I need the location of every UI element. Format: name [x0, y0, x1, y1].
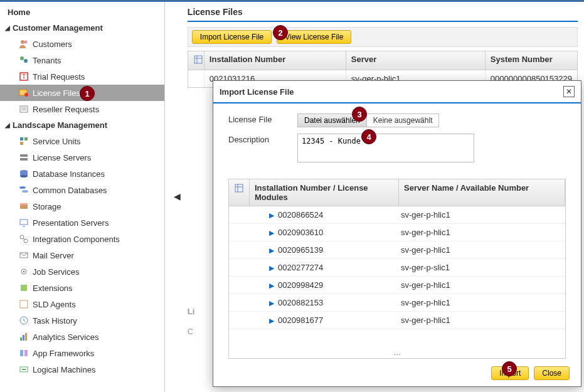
sidebar-item-analytics[interactable]: Analytics Services [0, 329, 164, 345]
grid-icon-header[interactable] [188, 51, 204, 70]
expand-icon[interactable]: ▶ [269, 229, 274, 236]
sidebar-item-tenants[interactable]: Tenants [0, 52, 164, 68]
sidebar-home-label: Home [8, 8, 30, 17]
sidebar-item-license-servers[interactable]: License Servers [0, 149, 164, 166]
srv-name: sv-ger-p-hlic1 [396, 241, 565, 258]
expand-icon[interactable]: ▶ [269, 282, 274, 289]
modal-row[interactable]: ▶0020965139sv-ger-p-hlic1 [229, 241, 565, 259]
description-input[interactable] [297, 134, 474, 162]
svg-rect-9 [20, 137, 23, 140]
svg-rect-36 [22, 369, 26, 370]
sidebar-item-mail-server[interactable]: Mail Server [0, 247, 164, 263]
sidebar-item-label: Service Units [33, 137, 81, 146]
sidebar-item-presentation-servers[interactable]: Presentation Servers [0, 215, 164, 231]
agents-icon [19, 299, 29, 309]
sidebar-item-app-frameworks[interactable]: App Frameworks [0, 345, 164, 361]
expand-icon[interactable]: ▶ [269, 299, 274, 307]
gear-icon [19, 267, 29, 277]
modal-close-button[interactable]: ✕ [563, 86, 575, 97]
reseller-icon [19, 104, 29, 114]
inst-num: 0020965139 [278, 245, 323, 255]
presentation-icon [19, 218, 29, 228]
sidebar-item-label: Presentation Servers [33, 218, 109, 228]
sidebar-item-label: Database Instances [33, 169, 105, 179]
expand-icon[interactable]: ▶ [269, 246, 274, 254]
svg-rect-21 [20, 220, 28, 225]
modal-body: License File Datei auswählen Keine ausge… [213, 103, 581, 361]
sidebar-section-landscape-mgmt[interactable]: ◢ Landscape Management [0, 117, 164, 133]
modal-row[interactable]: ▶0020981677sv-ger-p-hlic1 [229, 312, 565, 329]
callout-2: 2 [273, 25, 288, 40]
modal-row[interactable]: ▶0020277274sv-ger-p-slic1 [229, 259, 565, 277]
puzzle-icon [19, 283, 29, 293]
callout-4: 4 [361, 129, 376, 144]
sidebar-item-task-history[interactable]: Task History [0, 312, 164, 329]
sidebar-item-logical-machines[interactable]: Logical Machines [0, 361, 164, 378]
machine-icon [19, 364, 29, 374]
sidebar-item-label: Extensions [33, 283, 73, 293]
sidebar-item-customers[interactable]: Customers [0, 36, 164, 52]
expand-icon[interactable]: ▶ [269, 264, 274, 272]
svg-rect-30 [20, 337, 22, 341]
sidebar-section-customer-mgmt[interactable]: ◢ Customer Management [0, 20, 164, 36]
page-title: License Files [188, 6, 578, 21]
sidebar-item-storage[interactable]: Storage [0, 198, 164, 215]
sidebar-item-label: Tenants [33, 56, 61, 65]
svg-rect-37 [194, 56, 202, 63]
srv-name: sv-ger-p-hlic1 [396, 294, 565, 311]
svg-point-18 [22, 190, 28, 193]
expand-icon[interactable]: ▶ [269, 211, 274, 219]
modal-grid-icon-header[interactable] [229, 179, 250, 206]
more-indicator[interactable]: … [229, 347, 565, 358]
sidebar-item-common-databases[interactable]: Common Databases [0, 182, 164, 198]
modal-row[interactable]: ▶0020882153sv-ger-p-hlic1 [229, 294, 565, 312]
chart-icon [19, 332, 29, 342]
svg-rect-10 [24, 137, 28, 140]
expand-icon[interactable]: ▶ [269, 317, 274, 324]
svg-rect-31 [23, 335, 24, 341]
svg-rect-20 [20, 203, 28, 205]
import-license-button[interactable]: Import License File [192, 30, 272, 44]
sidebar-item-label: Common Databases [33, 186, 107, 195]
sidebar-home[interactable]: Home [0, 4, 164, 20]
sidebar-item-sld-agents[interactable]: SLD Agents [0, 296, 164, 312]
tenants-icon [19, 55, 29, 65]
sidebar-item-trial-requests[interactable]: T Trial Requests [0, 68, 164, 85]
close-button[interactable]: Close [534, 366, 570, 380]
svg-point-26 [23, 271, 25, 273]
sidebar-collapse-handle[interactable]: ◀ [174, 191, 181, 201]
modal-col-srv[interactable]: Server Name / Available Number [399, 179, 565, 206]
inst-num: 0020998429 [278, 280, 323, 290]
srv-name: sv-ger-p-hlic1 [396, 224, 565, 241]
license-file-row: License File Datei auswählen Keine ausge… [228, 114, 566, 127]
view-license-button[interactable]: View License File [277, 30, 351, 44]
modal-row[interactable]: ▶0020866524sv-ger-p-hlic1 [229, 206, 565, 224]
sidebar-item-label: Customers [33, 40, 72, 49]
svg-rect-27 [21, 285, 27, 291]
col-installation-number[interactable]: Installation Number [204, 51, 346, 70]
svg-point-1 [24, 41, 28, 44]
sidebar-item-database-instances[interactable]: Database Instances [0, 166, 164, 182]
modal-footer: Import Close [213, 361, 581, 386]
svg-rect-12 [20, 154, 28, 157]
callout-3: 3 [352, 107, 367, 122]
inst-num: 0020981677 [278, 315, 323, 325]
sidebar-item-label: Mail Server [33, 251, 74, 260]
sidebar-item-extensions[interactable]: Extensions [0, 280, 164, 296]
sidebar-item-label: Analytics Services [33, 332, 98, 342]
sidebar-item-reseller-requests[interactable]: Reseller Requests [0, 101, 164, 117]
modal-col-inst[interactable]: Installation Number / License Modules [250, 179, 399, 206]
sidebar-item-integration-components[interactable]: Integration Components [0, 231, 164, 247]
sidebar-item-job-services[interactable]: Job Services [0, 263, 164, 280]
framework-icon [19, 348, 29, 358]
sidebar-item-service-units[interactable]: Service Units [0, 133, 164, 149]
description-label: Description [228, 134, 297, 144]
svg-rect-34 [24, 350, 28, 356]
modal-grid-body[interactable]: ▶0020866524sv-ger-p-hlic1 ▶0020903610sv-… [229, 206, 565, 347]
col-system-number[interactable]: System Number [486, 51, 577, 70]
sidebar: Home ◢ Customer Management Customers Ten… [0, 2, 165, 392]
modal-row[interactable]: ▶0020998429sv-ger-p-hlic1 [229, 277, 565, 294]
col-server[interactable]: Server [346, 51, 486, 70]
modal-row[interactable]: ▶0020903610sv-ger-p-hlic1 [229, 224, 565, 241]
users-icon [19, 39, 29, 49]
